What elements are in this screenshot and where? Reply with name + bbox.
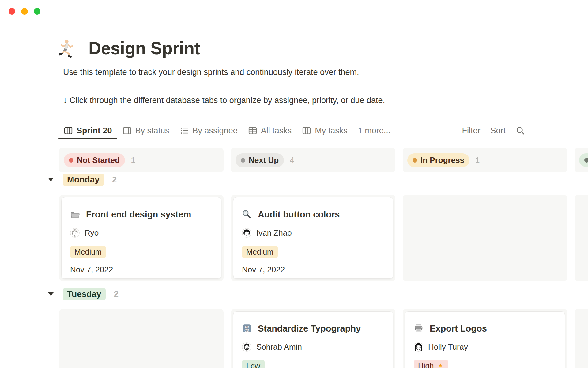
avatar-holly-turay <box>414 342 423 352</box>
task-card-export-logos[interactable]: Export Logos Holly Turay High <box>405 311 565 368</box>
search-button[interactable] <box>516 126 525 135</box>
tab-my-tasks[interactable]: My tasks <box>297 123 353 139</box>
svg-text:CD: CD <box>244 329 249 332</box>
status-dot <box>241 158 245 163</box>
card-title: Export Logos <box>430 324 487 334</box>
group-badge-tuesday[interactable]: Tuesday <box>63 288 106 300</box>
priority-badge: High <box>414 360 448 368</box>
printer-icon <box>414 324 424 333</box>
assignee-name: Ryo <box>85 228 99 238</box>
assignee-name: Ivan Zhao <box>256 228 292 238</box>
lane-monday-next-up: Audit button colors Ivan Zhao Medium Nov… <box>231 195 395 281</box>
lane-tuesday-in-progress: Export Logos Holly Turay High <box>403 309 567 368</box>
database-view-tabs: Sprint 20 By status By assignee All task… <box>58 123 529 139</box>
svg-text:AB: AB <box>244 325 249 329</box>
task-card-front-end-design-system[interactable]: Front end design system Ryo Medium Nov 7… <box>61 197 221 279</box>
tab-more-views[interactable]: 1 more... <box>353 123 396 139</box>
column-count: 1 <box>131 155 135 165</box>
collapse-toggle-icon[interactable] <box>48 291 54 297</box>
group-count: 2 <box>114 289 119 299</box>
status-dot <box>584 158 588 163</box>
column-header-in-progress: In Progress 1 <box>403 148 567 172</box>
tab-sprint-20[interactable]: Sprint 20 <box>58 123 117 139</box>
abcd-icon: ABCD <box>242 324 252 333</box>
folder-icon <box>70 209 80 219</box>
search-icon <box>516 126 525 135</box>
lane-monday-in-progress-empty <box>403 195 567 281</box>
filter-button[interactable]: Filter <box>462 126 480 136</box>
group-header-tuesday: Tuesday 2 <box>48 288 119 300</box>
card-title: Standardize Typography <box>258 324 361 334</box>
assignee-name: Holly Turay <box>428 342 468 352</box>
column-header-next-up: Next Up 4 <box>231 148 395 172</box>
task-card-audit-button-colors[interactable]: Audit button colors Ivan Zhao Medium Nov… <box>233 197 393 279</box>
table-view-icon <box>248 126 257 135</box>
priority-badge: Low <box>242 360 265 368</box>
zoom-button[interactable] <box>34 8 40 15</box>
collapse-toggle-icon[interactable] <box>48 177 54 182</box>
avatar-sohrab-amin <box>242 342 251 352</box>
avatar-ryo <box>70 228 80 238</box>
lane-monday-not-started: Front end design system Ryo Medium Nov 7… <box>59 195 224 281</box>
column-count: 1 <box>475 155 480 165</box>
close-button[interactable] <box>9 8 15 15</box>
lane-tuesday-not-started-empty <box>59 309 224 368</box>
fire-icon <box>436 362 444 368</box>
status-dot <box>69 158 74 163</box>
page-title: Design Sprint <box>89 38 200 58</box>
due-date: Nov 7, 2022 <box>70 265 213 274</box>
column-count: 4 <box>290 155 294 165</box>
group-header-monday: Monday 2 <box>48 174 117 186</box>
board-view-icon <box>123 126 132 135</box>
page-subtitle: Use this template to track your design s… <box>63 67 359 77</box>
priority-badge: Medium <box>242 246 278 258</box>
board-view-icon <box>64 126 73 135</box>
avatar-ivan-zhao <box>242 228 251 238</box>
assignee-name: Sohrab Amin <box>256 342 302 352</box>
priority-badge: Medium <box>70 246 106 258</box>
status-badge-in-progress[interactable]: In Progress <box>407 153 469 167</box>
group-count: 2 <box>112 175 117 185</box>
sort-button[interactable]: Sort <box>490 126 506 136</box>
notion-window: Design Sprint Use this template to track… <box>0 0 588 368</box>
task-card-standardize-typography[interactable]: ABCD Standardize Typography Sohrab Amin … <box>233 311 393 368</box>
status-badge-complete[interactable] <box>579 153 588 167</box>
status-dot <box>413 158 417 163</box>
lane-monday-complete-partial <box>575 195 588 281</box>
board-view-icon <box>302 126 311 135</box>
minimize-button[interactable] <box>21 8 28 15</box>
group-badge-monday[interactable]: Monday <box>63 174 104 186</box>
tab-by-status[interactable]: By status <box>117 123 175 139</box>
card-title: Audit button colors <box>258 209 340 220</box>
status-badge-next-up[interactable]: Next Up <box>236 153 284 167</box>
status-badge-not-started[interactable]: Not Started <box>64 153 125 167</box>
lane-tuesday-complete-partial <box>575 309 588 368</box>
tab-by-assignee[interactable]: By assignee <box>175 123 243 139</box>
list-view-icon <box>180 126 189 135</box>
runner-emoji-icon <box>59 39 78 58</box>
lane-tuesday-next-up: ABCD Standardize Typography Sohrab Amin … <box>231 309 395 368</box>
column-header-complete-partial <box>575 148 588 172</box>
tab-all-tasks[interactable]: All tasks <box>243 123 297 139</box>
page-instruction: ↓ Click through the different database t… <box>63 96 385 105</box>
card-title: Front end design system <box>86 209 191 220</box>
due-date: Nov 7, 2022 <box>242 265 384 274</box>
magnifier-icon <box>242 209 252 219</box>
column-header-not-started: Not Started 1 <box>59 148 224 172</box>
window-controls <box>9 8 40 15</box>
